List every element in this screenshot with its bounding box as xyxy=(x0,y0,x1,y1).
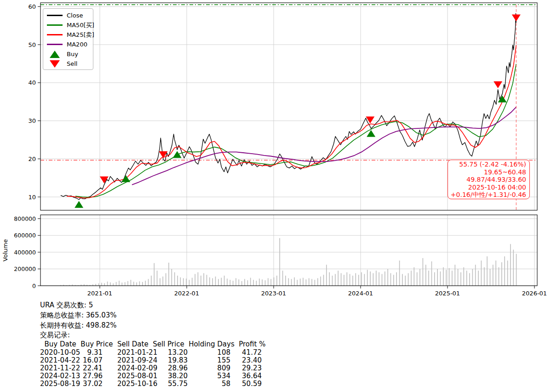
volume-bar xyxy=(270,279,271,286)
volume-bar xyxy=(423,258,424,286)
volume-bar xyxy=(387,269,388,286)
volume-y-tick-label: 800000 xyxy=(14,215,36,222)
y-tick-label: 20 xyxy=(28,156,36,162)
volume-bar xyxy=(469,273,470,286)
volume-bar xyxy=(501,262,502,286)
volume-bar xyxy=(221,278,222,286)
legend-label-close: Close xyxy=(67,12,83,18)
sell-price: 55.75 xyxy=(160,380,188,388)
volume-bar xyxy=(127,281,128,286)
volume-bar xyxy=(446,270,447,286)
volume-bar xyxy=(285,276,286,286)
volume-bar xyxy=(282,271,283,286)
total-return-line: 策略总收益率: 365.03% xyxy=(40,311,265,321)
volume-bar xyxy=(317,278,318,286)
volume-bar xyxy=(414,267,415,286)
volume-bar xyxy=(487,256,488,286)
buy-date: 2021-04-22 xyxy=(40,357,80,364)
volume-bar xyxy=(443,267,444,286)
volume-bar xyxy=(189,280,190,286)
volume-bar xyxy=(294,277,295,286)
volume-bar xyxy=(136,282,137,286)
holding-days: 534 xyxy=(188,372,230,380)
volume-bar xyxy=(329,272,330,286)
y-tick-label: 60 xyxy=(28,3,36,10)
volume-bar xyxy=(125,282,126,286)
trade-count-line: URA 交易次数: 5 xyxy=(40,300,265,311)
sell-date: 2025-10-16 xyxy=(103,380,160,388)
volume-bar xyxy=(195,274,195,286)
volume-bar xyxy=(186,279,187,286)
sell-price: 19.83 xyxy=(160,357,188,364)
volume-bar xyxy=(405,276,406,286)
volume-bar xyxy=(116,282,117,286)
legend-label-ma50: MA50[买] xyxy=(67,22,94,28)
volume-bar xyxy=(490,269,491,286)
volume-bar xyxy=(499,267,499,286)
sell-date: 2021-01-21 xyxy=(103,349,160,357)
legend-item-ma50: MA50[买] xyxy=(47,20,90,30)
sell-marker xyxy=(366,116,374,123)
volume-bar xyxy=(162,277,163,286)
volume-bar xyxy=(475,265,476,286)
volume-bar xyxy=(148,279,149,286)
trade-row: 2024-02-1327.962025-08-0138.2053436.64 xyxy=(40,372,265,380)
annotation-price-line: 55.75 (-2.42 -4.16%) xyxy=(450,161,526,168)
volume-bar xyxy=(274,277,275,286)
volume-bar xyxy=(352,276,353,286)
volume-bar xyxy=(382,274,383,286)
volume-bar xyxy=(361,272,362,286)
volume-bar xyxy=(364,274,365,286)
trade-row: 2020-10-059.312021-01-2113.2010841.72 xyxy=(40,349,265,357)
trade-row: 2025-08-1937.022025-10-1655.755850.59 xyxy=(40,380,265,388)
volume-bar xyxy=(481,260,482,286)
volume-bar xyxy=(399,260,400,286)
legend-item-ma200: MA200 xyxy=(47,40,90,49)
volume-bar xyxy=(373,273,374,286)
volume-bar xyxy=(166,273,166,286)
strategy-chart-figure: 1020304050600200000400000600000800000202… xyxy=(0,0,551,392)
volume-bar xyxy=(113,283,114,286)
volume-bar xyxy=(131,280,132,286)
x-tick-label: 2026-01 xyxy=(522,290,547,297)
legend-label-ma200: MA200 xyxy=(67,41,87,47)
buy-marker xyxy=(75,201,83,208)
buy-price: 16.07 xyxy=(80,357,103,364)
volume-bar xyxy=(139,282,140,286)
volume-bar xyxy=(300,279,301,286)
volume-bar xyxy=(107,282,108,286)
buy-triangle-icon xyxy=(47,51,63,58)
volume-bar xyxy=(244,279,245,286)
volume-bar xyxy=(227,279,228,286)
volume-bar xyxy=(192,278,193,286)
volume-bar xyxy=(338,271,339,286)
volume-bar xyxy=(174,272,175,286)
volume-bar xyxy=(306,279,307,286)
volume-bar xyxy=(104,283,105,286)
buy-date: 2020-10-05 xyxy=(40,349,80,357)
volume-bar xyxy=(411,271,412,286)
volume-bar xyxy=(326,265,327,286)
volume-bar xyxy=(504,256,505,286)
volume-bar xyxy=(431,261,432,286)
y-tick-label: 50 xyxy=(28,41,36,48)
volume-bar xyxy=(455,265,456,286)
y-tick-label: 30 xyxy=(28,117,36,124)
volume-bar xyxy=(344,275,344,286)
volume-bar xyxy=(215,277,216,286)
profit-pct: 41.72 xyxy=(230,349,262,357)
trades-table-header: Buy Date Buy Price Sell Date Sell Price … xyxy=(40,340,265,349)
volume-bar xyxy=(168,263,169,286)
volume-bar xyxy=(478,271,479,286)
y-tick-label: 10 xyxy=(28,194,36,201)
volume-bar xyxy=(393,275,394,286)
volume-bar xyxy=(495,260,496,286)
sell-price: 38.20 xyxy=(160,372,188,380)
volume-bar xyxy=(460,272,461,286)
x-tick-label: 2022-01 xyxy=(174,290,199,297)
volume-bar xyxy=(218,279,219,286)
volume-bar xyxy=(464,267,465,286)
volume-bar xyxy=(250,278,251,286)
volume-bar xyxy=(472,269,473,286)
volume-bar xyxy=(335,274,336,286)
